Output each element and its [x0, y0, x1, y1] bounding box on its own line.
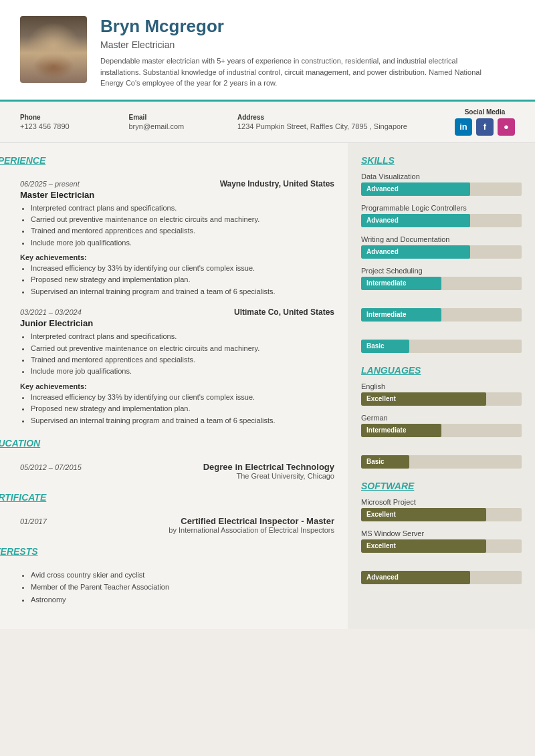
- software-name-1: MS Window Server: [361, 529, 522, 537]
- certificate-section: CERTIFICATE 01/2017 Certified Electrical…: [20, 492, 334, 534]
- skill-name-3: Project Scheduling: [361, 267, 522, 275]
- software-section: SOFTWARE Microsoft Project Excellent MS …: [361, 481, 522, 584]
- facebook-icon[interactable]: f: [476, 118, 494, 136]
- skill-bar-fill-3: Intermediate: [361, 277, 441, 290]
- lang-bar-fill-0: Excellent: [361, 392, 486, 406]
- skills-section: SKILLS Data Visualization Advanced Progr…: [361, 155, 522, 353]
- list-item: Proposed new strategy and implementation…: [31, 404, 334, 414]
- address-value: 1234 Pumpkin Street, Raffles City, 7895 …: [237, 122, 455, 130]
- exp-achievements-1: Increased efficiency by 33% by identifyi…: [20, 263, 334, 297]
- list-item: Increased efficiency by 33% by identifyi…: [31, 392, 334, 402]
- cert-header-1: 01/2017 Certified Electrical Inspector -…: [20, 516, 334, 534]
- lang-bar-fill-1: Intermediate: [361, 424, 441, 437]
- right-column: SKILLS Data Visualization Advanced Progr…: [348, 143, 535, 630]
- skill-level-0: Advanced: [366, 185, 399, 193]
- cert-name-1: Certified Electrical Inspector - Master: [169, 516, 334, 526]
- instagram-icon[interactable]: ●: [498, 118, 515, 136]
- skill-bar-bg-2: Advanced: [361, 245, 522, 259]
- software-bar-bg-0: Excellent: [361, 508, 522, 521]
- skill-level-4: Intermediate: [366, 311, 406, 318]
- contact-address: Address 1234 Pumpkin Street, Raffles Cit…: [237, 114, 455, 130]
- experience-section: EXPERIENCE 06/2025 – present Wayne Indus…: [20, 155, 334, 426]
- lang-bar-bg-0: Excellent: [361, 392, 522, 406]
- software-name-2: [361, 561, 522, 569]
- education-section: EDUCATION 05/2012 – 07/2015 Degree in El…: [20, 438, 334, 480]
- list-item: Trained and mentored apprentices and spe…: [31, 355, 334, 365]
- edu-date-1: 05/2012 – 07/2015: [20, 463, 82, 471]
- software-title: SOFTWARE: [361, 481, 522, 491]
- main-content: EXPERIENCE 06/2025 – present Wayne Indus…: [0, 143, 535, 630]
- linkedin-icon[interactable]: in: [455, 118, 472, 136]
- software-bar-fill-1: Excellent: [361, 539, 486, 553]
- list-item: Supervised an internal training program …: [31, 416, 334, 426]
- list-item: Increased efficiency by 33% by identifyi…: [31, 263, 334, 273]
- experience-entry-1: 06/2025 – present Wayne Industry, United…: [20, 179, 334, 297]
- experience-entry-2: 03/2021 – 03/2024 Ultimate Co, United St…: [20, 307, 334, 426]
- address-label: Address: [237, 114, 455, 121]
- lang-name-0: English: [361, 382, 522, 390]
- skill-level-2: Advanced: [366, 248, 399, 255]
- skill-name-4: [361, 298, 522, 306]
- list-item: Include more job qualifications.: [31, 238, 334, 248]
- skill-bar-fill-1: Advanced: [361, 214, 470, 227]
- education-title: EDUCATION: [0, 438, 40, 449]
- social-media-section: Social Media in f ●: [455, 108, 515, 136]
- phone-value: +123 456 7890: [20, 122, 129, 130]
- contact-bar: Phone +123 456 7890 Email bryn@email.com…: [0, 102, 535, 143]
- list-item: Proposed new strategy and implementation…: [31, 275, 334, 285]
- lang-name-2: [361, 445, 522, 453]
- software-level-2: Advanced: [366, 574, 399, 581]
- skill-item-3: Project Scheduling Intermediate: [361, 267, 522, 290]
- lang-item-1: German Intermediate: [361, 414, 522, 437]
- lang-level-1: Intermediate: [366, 426, 406, 434]
- interests-header: INTERESTS: [0, 546, 334, 563]
- lang-name-1: German: [361, 414, 522, 422]
- left-column: EXPERIENCE 06/2025 – present Wayne Indus…: [0, 143, 348, 630]
- edu-header-1: 05/2012 – 07/2015 Degree in Electrical T…: [20, 462, 334, 480]
- key-achievements-label-2: Key achievements:: [20, 382, 334, 390]
- skill-item-2: Writing and Documentation Advanced: [361, 235, 522, 259]
- software-level-0: Excellent: [366, 511, 396, 518]
- skill-level-1: Advanced: [366, 217, 399, 224]
- avatar: [20, 16, 87, 83]
- key-achievements-label-1: Key achievements:: [20, 253, 334, 261]
- skill-name-1: Programmable Logic Controllers: [361, 204, 522, 212]
- list-item: Carried out preventive maintenance on el…: [31, 344, 334, 354]
- list-item: Supervised an internal training program …: [31, 287, 334, 297]
- certificate-header: CERTIFICATE: [0, 492, 334, 509]
- candidate-title: Master Electrician: [100, 39, 515, 50]
- lang-bar-bg-1: Intermediate: [361, 424, 522, 437]
- skill-bar-bg-3: Intermediate: [361, 277, 522, 290]
- skill-bar-fill-0: Advanced: [361, 182, 470, 196]
- languages-section: LANGUAGES English Excellent German Inter…: [361, 365, 522, 469]
- languages-title: LANGUAGES: [361, 365, 522, 376]
- skill-level-3: Intermediate: [366, 279, 406, 287]
- experience-header: EXPERIENCE: [0, 155, 334, 172]
- skill-name-2: Writing and Documentation: [361, 235, 522, 243]
- certificate-title: CERTIFICATE: [0, 492, 46, 503]
- header-section: Bryn Mcgregor Master Electrician Dependa…: [0, 0, 535, 102]
- phone-label: Phone: [20, 114, 129, 121]
- skill-bar-bg-4: Intermediate: [361, 308, 522, 322]
- skill-level-5: Basic: [366, 342, 385, 350]
- interests-title: INTERESTS: [0, 546, 38, 557]
- candidate-summary: Dependable master electrician with 5+ ye…: [100, 55, 481, 89]
- edu-school-1: The Great University, Chicago: [203, 472, 334, 480]
- list-item: Include more job qualifications.: [31, 366, 334, 376]
- exp-company-1: Wayne Industry, United States: [220, 179, 334, 188]
- lang-item-2: Basic: [361, 445, 522, 469]
- skill-name-0: Data Visualization: [361, 172, 522, 180]
- skill-item-4: Intermediate: [361, 298, 522, 322]
- exp-date-1: 06/2025 – present: [20, 180, 80, 188]
- list-item: Astronomy: [31, 595, 334, 605]
- cert-issuer-1: by International Association of Electric…: [169, 526, 334, 534]
- email-label: Email: [129, 114, 238, 121]
- education-entry-1: 05/2012 – 07/2015 Degree in Electrical T…: [20, 462, 334, 480]
- lang-level-0: Excellent: [366, 395, 396, 402]
- email-value: bryn@email.com: [129, 122, 238, 130]
- software-item-0: Microsoft Project Excellent: [361, 498, 522, 521]
- skill-bar-fill-4: Intermediate: [361, 308, 441, 322]
- experience-title: EXPERIENCE: [0, 155, 45, 166]
- lang-item-0: English Excellent: [361, 382, 522, 406]
- skill-bar-fill-5: Basic: [361, 340, 409, 353]
